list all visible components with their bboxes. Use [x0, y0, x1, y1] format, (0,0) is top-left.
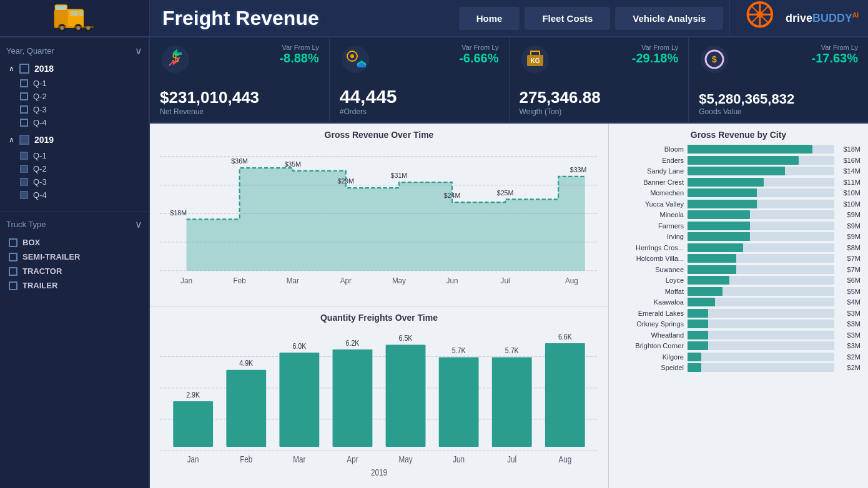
city-name: Loyce [616, 276, 684, 284]
truck-type-box-row[interactable]: BOX [6, 235, 142, 250]
q1-2018-row[interactable]: Q-1 [6, 77, 142, 90]
svg-text:Jan: Jan [187, 454, 199, 464]
q4-2018-row[interactable]: Q-4 [6, 116, 142, 129]
q4-2019-row[interactable]: Q-4 [6, 188, 142, 202]
nav-fleet-costs-button[interactable]: Fleet Costs [525, 7, 610, 30]
city-bar-wrap [688, 145, 834, 154]
city-bar-wrap [688, 298, 834, 306]
city-name: Enders [616, 157, 684, 164]
svg-rect-61 [439, 357, 479, 446]
q2-2019-row[interactable]: Q-2 [6, 162, 142, 175]
kpi-orders: Var From Ly -6.66% 44,445 #Orders [330, 37, 510, 122]
city-bar [688, 265, 736, 274]
city-bar-row: Emerald Lakes$3M [616, 309, 861, 318]
city-bar-row: Herrings Cros...$8M [616, 243, 861, 252]
truck-type-tractor-checkbox[interactable] [9, 267, 17, 276]
kpi-net-revenue-var: Var From Ly -8.88% [279, 44, 318, 66]
city-bar-row: Mcmechen$10M [616, 188, 861, 197]
svg-rect-57 [226, 369, 266, 446]
kpi-goods-var: Var From Ly -17.63% [812, 44, 859, 66]
q4-2019-checkbox[interactable] [20, 191, 28, 199]
svg-text:$31M: $31M [391, 172, 408, 179]
city-bar-wrap [688, 156, 834, 165]
quantity-chart-title: Quantity Freights Over Time [160, 313, 598, 323]
truck-type-box-checkbox[interactable] [9, 238, 17, 247]
svg-text:Aug: Aug [558, 454, 571, 464]
city-bar-wrap [688, 243, 834, 252]
year-quarter-header[interactable]: Year, Quarter ∨ [6, 45, 142, 57]
truck-type-semi-row[interactable]: SEMI-TRAILER [6, 250, 142, 264]
svg-text:$35M: $35M [284, 160, 301, 168]
year-2019-checkbox[interactable] [19, 135, 29, 145]
q2-2018-row[interactable]: Q-2 [6, 90, 142, 103]
city-bar-row: Loyce$6M [616, 276, 861, 285]
q4-2018-label: Q-4 [33, 118, 47, 127]
nav-vehicle-analysis-button[interactable]: Vehicle Analysis [615, 7, 723, 30]
gross-revenue-svg: $18M $36M $35M $29M $31M $24M $25M $33M … [160, 142, 598, 300]
city-value: $3M [838, 310, 861, 317]
svg-text:Mar: Mar [287, 276, 299, 285]
svg-text:5.7K: 5.7K [452, 346, 466, 354]
city-name: Speidel [616, 364, 684, 371]
city-bar [688, 309, 708, 318]
city-bar-row: Kilgore$2M [616, 353, 861, 361]
svg-rect-58 [279, 353, 319, 447]
year-2018-row[interactable]: ∧ 2018 [6, 62, 142, 76]
city-bar-wrap [688, 363, 834, 372]
drivebuddy-logo-icon [739, 0, 782, 36]
city-bar-row: Bloom$18M [616, 145, 861, 154]
logo-buddy: BUDDY [812, 12, 852, 24]
q1-2018-checkbox[interactable] [20, 79, 28, 87]
svg-rect-60 [386, 344, 426, 446]
year-quarter-chevron: ∨ [135, 45, 142, 57]
truck-type-trailer-checkbox[interactable] [9, 281, 17, 290]
truck-type-chevron: ∨ [135, 218, 142, 230]
city-name: Kilgore [616, 353, 684, 361]
q3-2018-checkbox[interactable] [20, 105, 28, 114]
year-2018-checkbox[interactable] [19, 64, 29, 74]
city-bar [688, 287, 723, 296]
city-name: Banner Crest [616, 178, 684, 186]
truck-type-semi-checkbox[interactable] [9, 253, 17, 261]
svg-text:May: May [399, 454, 413, 464]
q4-2018-checkbox[interactable] [20, 119, 28, 127]
q1-2019-checkbox[interactable] [20, 152, 28, 160]
svg-text:2019: 2019 [371, 467, 387, 477]
truck-type-tractor-row[interactable]: TRACTOR [6, 264, 142, 278]
kpi-weight-label: Weigth (Ton) [520, 107, 679, 116]
kpi-weight-value: 275,346.88 [520, 88, 679, 107]
nav-home-button[interactable]: Home [459, 7, 520, 30]
q2-2019-checkbox[interactable] [20, 165, 28, 173]
q3-2019-row[interactable]: Q-3 [6, 175, 142, 188]
city-bar [688, 145, 812, 154]
quantity-chart: Quantity Freights Over Time [150, 306, 608, 489]
sidebar-logo-area [0, 0, 150, 36]
city-bar-row: Kaawaloa$4M [616, 298, 861, 306]
truck-type-trailer-row[interactable]: TRAILER [6, 278, 142, 293]
city-bar-row: Holcomb Villa...$7M [616, 254, 861, 263]
city-bar-wrap [688, 167, 834, 175]
city-name: Brighton Corner [616, 342, 684, 349]
svg-text:$36M: $36M [231, 157, 248, 165]
city-bar-row: Sandy Lane$14M [616, 167, 861, 175]
quantity-chart-area: 2.9K 4.9K 6.0K 6.2K 6.5K 5.7K 5.7K 6.6K … [160, 325, 598, 482]
year-2019-row[interactable]: ∧ 2019 [6, 132, 142, 148]
city-bar [688, 167, 785, 175]
q2-2018-checkbox[interactable] [20, 92, 28, 100]
svg-text:$29M: $29M [338, 177, 355, 185]
svg-text:4.9K: 4.9K [239, 358, 253, 367]
svg-text:6.5K: 6.5K [399, 333, 413, 342]
city-value: $10M [838, 189, 861, 197]
svg-text:5.7K: 5.7K [505, 346, 519, 354]
city-value: $3M [838, 342, 861, 349]
truck-type-header[interactable]: Truck Type ∨ [6, 218, 142, 230]
city-name: Mineola [616, 211, 684, 218]
q1-2019-row[interactable]: Q-1 [6, 149, 142, 162]
q3-2018-row[interactable]: Q-3 [6, 103, 142, 116]
svg-text:$18M: $18M [170, 208, 187, 216]
sidebar: Year, Quarter ∨ ∧ 2018 Q-1 Q-2 [0, 37, 150, 488]
city-value: $5M [838, 288, 861, 295]
kpi-orders-var-label: Var From Ly [459, 44, 498, 51]
city-bar-wrap [688, 222, 834, 230]
q3-2019-checkbox[interactable] [20, 178, 28, 186]
